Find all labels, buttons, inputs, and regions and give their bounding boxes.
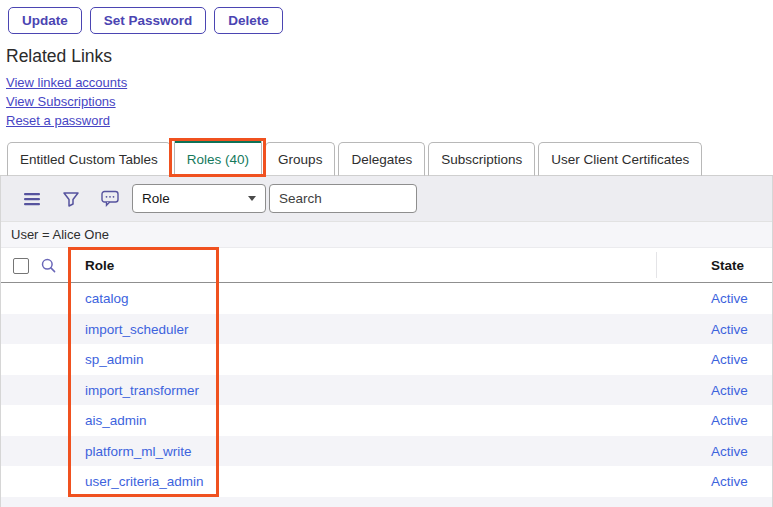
table-row: sp_admin Active xyxy=(1,344,772,375)
table-row: ais_admin Active xyxy=(1,405,772,436)
related-links-section: Related Links View linked accounts View … xyxy=(6,46,127,132)
tab-user-client-certificates[interactable]: User Client Certificates xyxy=(538,142,702,176)
tab-entitled-custom-tables[interactable]: Entitled Custom Tables xyxy=(7,142,171,176)
state-link[interactable]: Active xyxy=(711,413,748,428)
table-row: user_criteria_admin Active xyxy=(1,466,772,497)
related-lists-tabbar: Entitled Custom Tables Roles (40) Groups… xyxy=(0,139,773,176)
list-header-row: Role State xyxy=(1,248,772,283)
column-header-state[interactable]: State xyxy=(711,258,744,273)
state-link[interactable]: Active xyxy=(711,352,748,367)
tab-delegates[interactable]: Delegates xyxy=(338,142,425,176)
form-action-buttons: Update Set Password Delete xyxy=(8,7,283,34)
tab-groups[interactable]: Groups xyxy=(265,142,335,176)
list-menu-icon[interactable] xyxy=(23,190,41,208)
table-row: catalog Active xyxy=(1,283,772,314)
role-link[interactable]: catalog xyxy=(85,291,129,306)
delete-button[interactable]: Delete xyxy=(214,7,283,34)
state-link[interactable]: Active xyxy=(711,474,748,489)
table-row: platform_ml_write Active xyxy=(1,436,772,467)
tab-roles-label: Roles (40) xyxy=(187,152,249,167)
role-link[interactable]: import_scheduler xyxy=(85,321,189,336)
roles-list-panel: Role User = Alice One Role State cata xyxy=(0,176,773,507)
search-input[interactable] xyxy=(269,184,417,213)
user-record-page: Update Set Password Delete Related Links… xyxy=(0,0,773,507)
list-toolbar: Role xyxy=(1,176,772,222)
state-link[interactable]: Active xyxy=(711,321,748,336)
select-all-checkbox[interactable] xyxy=(13,258,29,274)
table-row: import_transformer Active xyxy=(1,375,772,406)
reset-a-password-link[interactable]: Reset a password xyxy=(6,113,110,128)
update-button[interactable]: Update xyxy=(8,7,82,34)
filter-icon[interactable] xyxy=(62,190,80,208)
column-divider xyxy=(656,252,657,278)
role-link[interactable]: platform_ml_write xyxy=(85,443,192,458)
table-row: import_scheduler Active xyxy=(1,314,772,345)
state-link[interactable]: Active xyxy=(711,291,748,306)
state-link[interactable]: Active xyxy=(711,443,748,458)
role-link[interactable]: ais_admin xyxy=(85,413,147,428)
column-header-role[interactable]: Role xyxy=(85,258,114,273)
column-search-icon[interactable] xyxy=(41,258,56,273)
role-link[interactable]: import_transformer xyxy=(85,382,199,397)
filter-breadcrumb[interactable]: User = Alice One xyxy=(11,227,109,242)
search-column-select[interactable]: Role xyxy=(132,184,266,213)
role-link[interactable]: sp_admin xyxy=(85,352,144,367)
view-linked-accounts-link[interactable]: View linked accounts xyxy=(6,75,127,90)
state-link[interactable]: Active xyxy=(711,382,748,397)
related-links-title: Related Links xyxy=(6,46,127,67)
comments-icon[interactable] xyxy=(101,190,119,208)
next-row-partial xyxy=(1,497,772,507)
set-password-button[interactable]: Set Password xyxy=(90,7,207,34)
tab-subscriptions[interactable]: Subscriptions xyxy=(428,142,535,176)
role-link[interactable]: user_criteria_admin xyxy=(85,474,204,489)
tab-roles[interactable]: Roles (40) xyxy=(174,138,262,176)
view-subscriptions-link[interactable]: View Subscriptions xyxy=(6,94,116,109)
search-column-value: Role xyxy=(142,191,170,206)
chevron-down-icon xyxy=(248,196,256,201)
filter-breadcrumb-row: User = Alice One xyxy=(1,222,772,248)
